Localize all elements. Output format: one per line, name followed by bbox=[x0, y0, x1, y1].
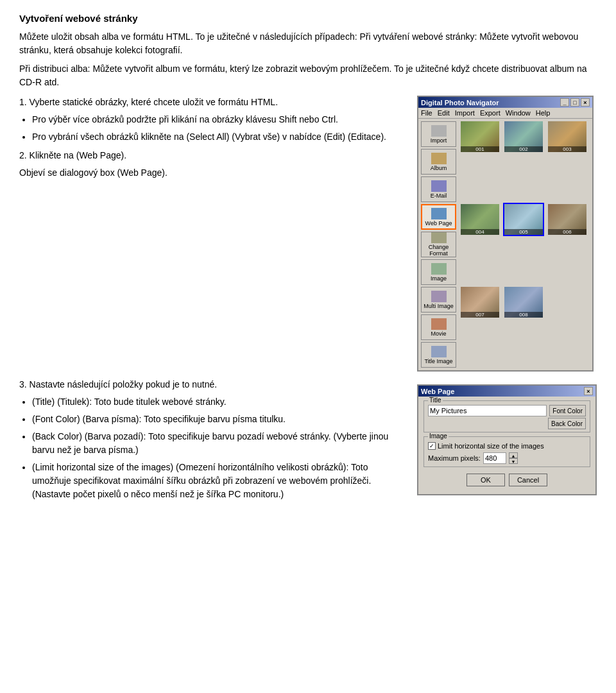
bottom-left-column: 3. Nastavte následující položky pokud je… bbox=[19, 378, 404, 506]
wp-title-group-label: Title bbox=[428, 397, 443, 404]
multiimage-icon bbox=[431, 291, 447, 302]
dpn-window-area: Digital Photo Navigator _ □ × File Edit … bbox=[417, 96, 597, 372]
email-label: E-Mail bbox=[431, 193, 447, 199]
step1-text: 1. Vyberte statické obrázky, které chcet… bbox=[19, 96, 404, 109]
dpn-sidebar: Import Album E-Mail Web Page bbox=[421, 121, 458, 368]
thumbnail-label-2: 002 bbox=[504, 146, 543, 152]
wp-title-row: Font Color bbox=[428, 405, 586, 416]
wp-title-input[interactable] bbox=[428, 405, 547, 416]
dpn-btn-email[interactable]: E-Mail bbox=[421, 176, 456, 202]
thumbnail-4[interactable]: 004 bbox=[461, 204, 499, 235]
album-icon bbox=[431, 153, 447, 164]
step3-bullet-4: (Limit horizontal size of the images) (O… bbox=[32, 461, 404, 501]
wp-checkbox-row: ✓ Limit horizontal size of the images bbox=[428, 442, 586, 450]
step2-detail: Objeví se dialogový box (Web Page). bbox=[19, 166, 404, 180]
wp-titlebar: Web Page × bbox=[418, 386, 595, 397]
thumbnail-label-8: 008 bbox=[504, 312, 543, 318]
menu-export[interactable]: Export bbox=[480, 109, 501, 117]
thumbnail-label-6: 006 bbox=[548, 229, 586, 235]
wp-limit-checkbox[interactable]: ✓ bbox=[428, 442, 436, 450]
dpn-btn-multiimage[interactable]: Multi Image bbox=[421, 287, 456, 312]
webpage-icon bbox=[431, 208, 447, 219]
thumbnail-label-5: 005 bbox=[504, 229, 543, 235]
thumbnail-3[interactable]: 003 bbox=[548, 121, 586, 152]
dpn-btn-webpage[interactable]: Web Page bbox=[421, 204, 456, 230]
close-button[interactable]: × bbox=[581, 98, 590, 107]
wp-body: Title Font Color Back Color Image ✓ Limi… bbox=[418, 397, 595, 494]
thumbnail-7[interactable]: 007 bbox=[461, 287, 499, 318]
menu-window[interactable]: Window bbox=[506, 109, 531, 117]
image-icon bbox=[431, 263, 447, 275]
intro-paragraph-1: Můžete uložit obsah alba ve formátu HTML… bbox=[19, 30, 597, 57]
email-icon bbox=[431, 180, 447, 192]
changeformat-icon bbox=[431, 232, 447, 243]
page-title: Vytvoření webové stránky bbox=[19, 13, 597, 24]
movie-label: Movie bbox=[431, 330, 446, 337]
album-label: Album bbox=[431, 165, 447, 171]
menu-import[interactable]: Import bbox=[455, 109, 475, 117]
wp-spinner-up[interactable]: ▲ bbox=[509, 452, 518, 458]
thumbnail-2[interactable]: 002 bbox=[504, 121, 543, 152]
dpn-btn-changeformat[interactable]: Change Format bbox=[421, 232, 456, 257]
wp-back-color-button[interactable]: Back Color bbox=[548, 418, 586, 429]
menu-edit[interactable]: Edit bbox=[438, 109, 450, 117]
thumbnail-1[interactable]: 001 bbox=[461, 121, 499, 152]
dpn-title-buttons: _ □ × bbox=[560, 98, 590, 107]
wp-back-color-row: Back Color bbox=[428, 418, 586, 429]
wp-title-group: Title Font Color Back Color bbox=[424, 400, 590, 432]
wp-ok-button[interactable]: OK bbox=[466, 474, 505, 486]
movie-icon bbox=[431, 318, 447, 330]
wp-font-color-button[interactable]: Font Color bbox=[549, 405, 586, 416]
changeformat-label: Change Format bbox=[422, 244, 456, 257]
import-label: Import bbox=[431, 137, 447, 144]
thumbnail-8[interactable]: 008 bbox=[504, 287, 543, 318]
dpn-btn-movie[interactable]: Movie bbox=[421, 314, 456, 340]
wp-pixels-input[interactable] bbox=[483, 452, 506, 464]
step3-text: 3. Nastavte následující položky pokud je… bbox=[19, 378, 404, 391]
thumbnail-6[interactable]: 006 bbox=[548, 204, 586, 235]
step1-bullets: Pro výběr více obrázků podržte při kliká… bbox=[32, 113, 404, 144]
left-column: 1. Vyberte statické obrázky, které chcet… bbox=[19, 96, 404, 372]
maximize-button[interactable]: □ bbox=[570, 98, 579, 107]
dpn-titlebar: Digital Photo Navigator _ □ × bbox=[418, 97, 592, 108]
step3-bullet-2: (Font Color) (Barva písma): Toto specifi… bbox=[32, 413, 404, 426]
dpn-menubar: File Edit Import Export Window Help bbox=[418, 108, 592, 119]
wp-spinner: ▲ ▼ bbox=[509, 452, 518, 464]
thumbnail-label-7: 007 bbox=[461, 312, 499, 318]
wp-max-pixels-label: Maximum pixels: bbox=[428, 454, 481, 462]
thumbnail-5[interactable]: 005 bbox=[504, 204, 543, 235]
step3-bullet-1: (Title) (Titulek): Toto bude titulek web… bbox=[32, 395, 404, 409]
bullet-2: Pro vybrání všech obrázků klikněte na (S… bbox=[32, 130, 404, 144]
dpn-btn-titleimage[interactable]: Title Image bbox=[421, 342, 456, 368]
step2-text: 2. Klikněte na (Web Page). bbox=[19, 149, 404, 162]
bullet-1: Pro výběr více obrázků podržte při kliká… bbox=[32, 113, 404, 126]
menu-file[interactable]: File bbox=[421, 109, 432, 117]
wp-title: Web Page bbox=[421, 388, 454, 395]
wp-image-group: Image ✓ Limit horizontal size of the ima… bbox=[424, 436, 590, 467]
dpn-window: Digital Photo Navigator _ □ × File Edit … bbox=[417, 96, 594, 372]
step3-bullets: (Title) (Titulek): Toto bude titulek web… bbox=[32, 395, 404, 501]
titleimage-icon bbox=[431, 346, 447, 357]
dpn-btn-album[interactable]: Album bbox=[421, 149, 456, 175]
dpn-body: Import Album E-Mail Web Page bbox=[418, 119, 592, 370]
dpn-btn-image[interactable]: Image bbox=[421, 259, 456, 285]
wp-footer: OK Cancel bbox=[424, 471, 590, 490]
wp-cancel-button[interactable]: Cancel bbox=[509, 474, 547, 486]
titleimage-label: Title Image bbox=[424, 358, 452, 364]
thumbnail-label-3: 003 bbox=[548, 146, 586, 152]
wp-checkbox-label: Limit horizontal size of the images bbox=[438, 442, 544, 450]
import-icon bbox=[431, 125, 447, 137]
minimize-button[interactable]: _ bbox=[560, 98, 569, 107]
dpn-title: Digital Photo Navigator bbox=[421, 99, 499, 107]
multiimage-label: Multi Image bbox=[424, 303, 454, 309]
wp-close-button[interactable]: × bbox=[584, 387, 593, 395]
menu-help[interactable]: Help bbox=[536, 109, 551, 117]
thumbnail-label-1: 001 bbox=[461, 146, 499, 152]
dpn-btn-import[interactable]: Import bbox=[421, 121, 456, 147]
image-label: Image bbox=[431, 275, 447, 282]
wp-spinner-down[interactable]: ▼ bbox=[509, 458, 518, 464]
wp-dialog-area: Web Page × Title Font Color Back Color I… bbox=[417, 378, 597, 506]
wp-dialog: Web Page × Title Font Color Back Color I… bbox=[417, 384, 597, 495]
dpn-thumbnail-grid: 001 002 003 004 005 006 bbox=[461, 121, 590, 368]
webpage-label: Web Page bbox=[425, 220, 452, 227]
